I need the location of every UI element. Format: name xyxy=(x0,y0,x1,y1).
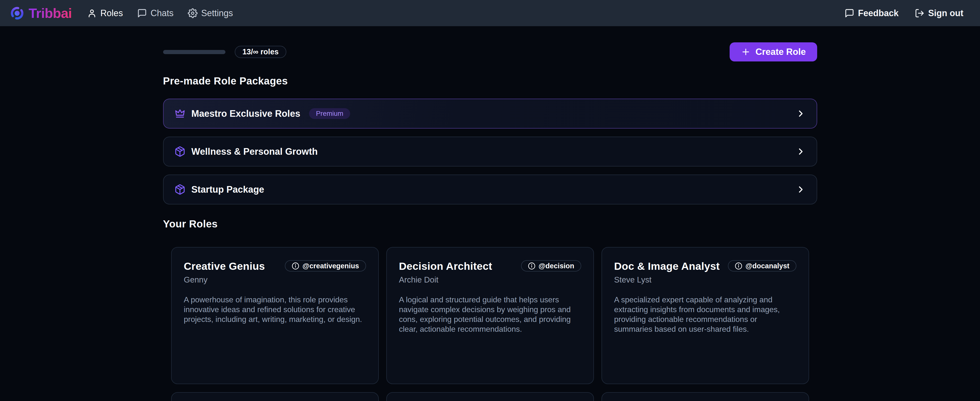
role-handle: @decision xyxy=(539,262,574,270)
role-handle: @docanalyst xyxy=(746,262,789,270)
role-card-decision-architect[interactable]: Decision Architect @decision Archie Doit… xyxy=(386,247,594,384)
role-card-creative-genius[interactable]: Creative Genius @creativegenius Genny A … xyxy=(171,247,379,384)
info-icon xyxy=(735,262,742,270)
roles-meter-row: 13/∞ roles Create Role xyxy=(163,42,817,61)
your-roles-section-title: Your Roles xyxy=(163,218,817,230)
crown-icon xyxy=(174,108,186,119)
card-header: Creative Genius @creativegenius xyxy=(184,260,366,272)
gear-icon xyxy=(188,8,197,18)
role-handle: @creativegenius xyxy=(302,262,359,270)
sign-out-icon xyxy=(915,8,924,18)
sign-out-button[interactable]: Sign out xyxy=(915,8,963,18)
package-icon xyxy=(174,146,186,157)
main-content: 13/∞ roles Create Role Pre-made Role Pac… xyxy=(163,42,817,401)
role-card-partial[interactable] xyxy=(386,392,594,401)
package-row-maestro[interactable]: Maestro Exclusive Roles Premium xyxy=(163,99,817,129)
role-title: Doc & Image Analyst xyxy=(614,260,720,272)
nav-right: Feedback Sign out xyxy=(845,8,963,18)
role-description: A powerhouse of imagination, this role p… xyxy=(184,295,366,324)
nav-item-settings[interactable]: Settings xyxy=(188,8,233,18)
role-cards-grid: Creative Genius @creativegenius Genny A … xyxy=(163,247,817,384)
feedback-button[interactable]: Feedback xyxy=(845,8,899,18)
package-row-wellness[interactable]: Wellness & Personal Growth xyxy=(163,137,817,166)
roles-count-label: 13/∞ roles xyxy=(243,48,279,56)
premium-badge: Premium xyxy=(309,108,350,119)
role-subtitle: Archie Doit xyxy=(399,275,581,284)
feedback-bubble-icon xyxy=(845,8,854,18)
role-card-doc-image-analyst[interactable]: Doc & Image Analyst @docanalyst Steve Ly… xyxy=(601,247,809,384)
tribbai-logo-icon xyxy=(10,6,24,20)
role-title: Creative Genius xyxy=(184,260,265,272)
chevron-right-icon xyxy=(795,109,806,119)
primary-nav: Roles Chats Settings xyxy=(87,8,233,18)
brand[interactable]: Tribbai xyxy=(10,5,72,21)
role-card-partial[interactable] xyxy=(601,392,809,401)
package-row-startup[interactable]: Startup Package xyxy=(163,174,817,204)
role-handle-badge[interactable]: @decision xyxy=(521,260,581,272)
packages-list: Maestro Exclusive Roles Premium Wellness… xyxy=(163,99,817,204)
feedback-label: Feedback xyxy=(858,8,899,18)
nav-item-label: Roles xyxy=(100,8,123,18)
roles-count-badge: 13/∞ roles xyxy=(235,46,286,58)
card-header: Decision Architect @decision xyxy=(399,260,581,272)
card-header: Doc & Image Analyst @docanalyst xyxy=(614,260,796,272)
chevron-right-icon xyxy=(795,146,806,157)
role-handle-badge[interactable]: @docanalyst xyxy=(728,260,796,272)
brand-name: Tribbai xyxy=(29,5,72,21)
role-description: A logical and structured guide that help… xyxy=(399,295,581,334)
role-subtitle: Genny xyxy=(184,275,366,284)
role-handle-badge[interactable]: @creativegenius xyxy=(285,260,366,272)
chevron-right-icon xyxy=(795,184,806,195)
package-name: Startup Package xyxy=(191,184,264,195)
packages-section-title: Pre-made Role Packages xyxy=(163,75,817,87)
package-name: Wellness & Personal Growth xyxy=(191,146,318,157)
role-cards-grid-next-row xyxy=(163,392,817,401)
user-icon xyxy=(87,8,97,18)
role-card-partial[interactable] xyxy=(171,392,379,401)
create-role-button[interactable]: Create Role xyxy=(730,42,817,61)
info-icon xyxy=(292,262,299,270)
role-description: A specialized expert capable of analyzin… xyxy=(614,295,796,334)
role-title: Decision Architect xyxy=(399,260,492,272)
info-icon xyxy=(528,262,536,270)
nav-item-label: Settings xyxy=(201,8,233,18)
package-name: Maestro Exclusive Roles xyxy=(191,109,301,119)
package-icon xyxy=(174,184,186,195)
sign-out-label: Sign out xyxy=(928,8,963,18)
chat-bubble-icon xyxy=(137,8,147,18)
plus-icon xyxy=(741,47,751,57)
role-subtitle: Steve Lyst xyxy=(614,275,796,284)
nav-item-roles[interactable]: Roles xyxy=(87,8,123,18)
roles-progress-bar xyxy=(163,50,226,54)
top-navigation: Tribbai Roles Chats Settings xyxy=(0,0,980,26)
nav-item-label: Chats xyxy=(151,8,173,18)
nav-item-chats[interactable]: Chats xyxy=(137,8,173,18)
create-role-label: Create Role xyxy=(756,47,806,57)
